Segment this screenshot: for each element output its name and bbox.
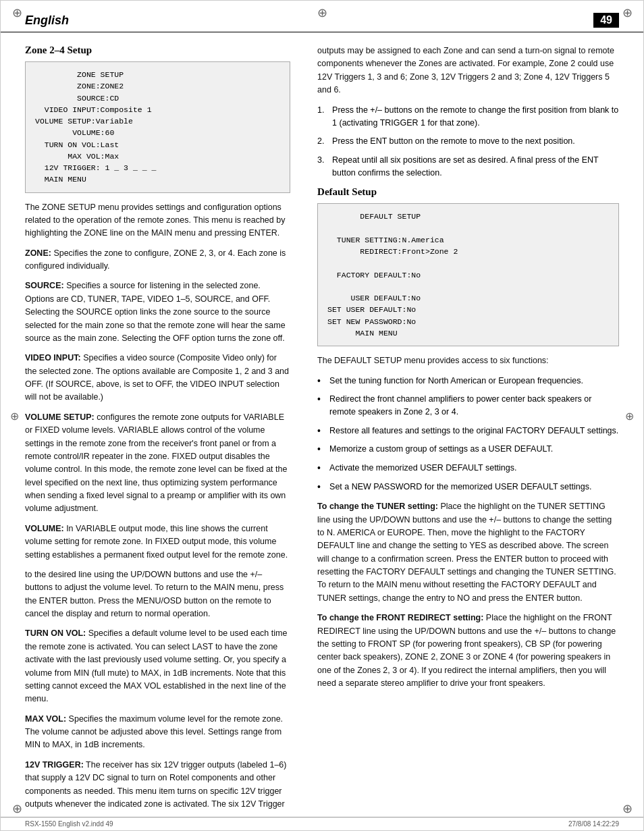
page-container: ⊕ ⊕ ⊕ ⊕ ⊕ ⊕ ⊕ English 49 Zone 2–4 Setup … bbox=[0, 0, 644, 831]
zone-text: Specifies the zone to configure, ZONE 2,… bbox=[25, 248, 286, 271]
language-label: English bbox=[25, 14, 69, 28]
step-num-3: 3. bbox=[317, 154, 332, 180]
list-item: • Activate the memorized USER DEFAULT se… bbox=[317, 462, 619, 475]
step-num-2: 2. bbox=[317, 135, 332, 148]
source-term: SOURCE: bbox=[25, 281, 64, 290]
main-content: Zone 2–4 Setup ZONE SETUP ZONE:ZONE2 SOU… bbox=[1, 32, 643, 824]
bullet-text-3: Restore all features and settings to the… bbox=[329, 425, 618, 438]
front-redirect-text: Place the highlight on the FRONT REDIREC… bbox=[317, 613, 616, 688]
footer-right: 27/8/08 14:22:29 bbox=[568, 820, 619, 828]
right-column: outputs may be assigned to each Zone and… bbox=[304, 45, 643, 817]
step-num-1: 1. bbox=[317, 104, 332, 130]
list-item: 1. Press the +/– buttons on the remote t… bbox=[317, 104, 619, 130]
front-redirect-bold: To change the FRONT REDIRECT setting: bbox=[317, 613, 483, 622]
bullet-symbol-5: • bbox=[317, 462, 329, 475]
tuner-setting-bold: To change the TUNER setting: bbox=[317, 502, 438, 511]
bullet-symbol-2: • bbox=[317, 393, 329, 419]
zone-setup-menu-box: ZONE SETUP ZONE:ZONE2 SOURCE:CD VIDEO IN… bbox=[25, 61, 290, 193]
corner-mark-tc: ⊕ bbox=[315, 6, 329, 20]
bullet-text-1: Set the tuning function for North Americ… bbox=[329, 375, 583, 388]
trigger-term: 12V TRIGGER: bbox=[25, 760, 84, 770]
default-setup-heading: Default Setup bbox=[317, 186, 619, 198]
zone-item-volume: VOLUME: In VARIABLE output mode, this li… bbox=[25, 522, 290, 562]
volume-text: In VARIABLE output mode, this line shows… bbox=[25, 524, 288, 560]
page-footer: RSX-1550 English v2.indd 49 27/8/08 14:2… bbox=[1, 817, 643, 830]
side-mark-left: ⊕ bbox=[10, 409, 19, 422]
zone-item-volume-setup: VOLUME SETUP: configures the remote zone… bbox=[25, 411, 290, 516]
numbered-steps-list: 1. Press the +/– buttons on the remote t… bbox=[317, 104, 619, 180]
trigger-continuation: outputs may be assigned to each Zone and… bbox=[317, 45, 619, 97]
list-item: • Set a NEW PASSWORD for the memorized U… bbox=[317, 481, 619, 494]
bullet-text-5: Activate the memorized USER DEFAULT sett… bbox=[329, 462, 516, 475]
bullet-text-6: Set a NEW PASSWORD for the memorized USE… bbox=[329, 481, 591, 494]
zone-term: ZONE: bbox=[25, 248, 51, 258]
zone-item-zone: ZONE: Specifies the zone to configure, Z… bbox=[25, 247, 290, 273]
left-column: Zone 2–4 Setup ZONE SETUP ZONE:ZONE2 SOU… bbox=[1, 45, 304, 817]
corner-mark-tr: ⊕ bbox=[620, 6, 634, 20]
move-highlight-para: to the desired line using the UP/DOWN bu… bbox=[25, 568, 290, 621]
zone-item-turn-on-vol: TURN ON VOL: Specifies a default volume … bbox=[25, 627, 290, 705]
zone-item-max-vol: MAX VOL: Specifies the maximum volume le… bbox=[25, 713, 290, 752]
zone-setup-heading: Zone 2–4 Setup bbox=[25, 45, 290, 56]
list-item: • Redirect the front channel amplifiers … bbox=[317, 393, 619, 419]
turn-on-vol-term: TURN ON VOL: bbox=[25, 628, 86, 638]
list-item: 3. Repeat until all six positions are se… bbox=[317, 154, 619, 180]
volume-setup-term: VOLUME SETUP: bbox=[25, 412, 95, 422]
step-text-1: Press the +/– buttons on the remote to c… bbox=[332, 104, 619, 130]
corner-mark-br: ⊕ bbox=[620, 802, 634, 815]
bullet-symbol-1: • bbox=[317, 375, 329, 388]
bullet-text-2: Redirect the front channel amplifiers to… bbox=[329, 393, 619, 419]
default-setup-menu-box: DEFAULT SETUP TUNER SETTING:N.America RE… bbox=[317, 203, 619, 346]
bullet-symbol-4: • bbox=[317, 443, 329, 456]
list-item: • Set the tuning function for North Amer… bbox=[317, 375, 619, 388]
bullet-text-4: Memorize a custom group of settings as a… bbox=[329, 443, 553, 456]
list-item: 2. Press the ENT button on the remote to… bbox=[317, 135, 619, 148]
corner-mark-tl: ⊕ bbox=[10, 6, 24, 20]
turn-on-vol-text: Specifies a default volume level to be u… bbox=[25, 628, 287, 703]
bullet-list: • Set the tuning function for North Amer… bbox=[317, 375, 619, 494]
front-redirect-para: To change the FRONT REDIRECT setting: Pl… bbox=[317, 612, 619, 690]
side-mark-right: ⊕ bbox=[625, 409, 634, 422]
tuner-setting-text: Place the highlight on the TUNER SETTING… bbox=[317, 502, 616, 603]
zone-item-source: SOURCE: Specifies a source for listening… bbox=[25, 279, 290, 345]
zone-setup-description: The ZONE SETUP menu provides settings an… bbox=[25, 201, 290, 240]
list-item: • Memorize a custom group of settings as… bbox=[317, 443, 619, 456]
page-number: 49 bbox=[593, 13, 619, 28]
volume-term: VOLUME: bbox=[25, 524, 64, 533]
bullet-symbol-3: • bbox=[317, 425, 329, 438]
zone-item-video-input: VIDEO INPUT: Specifies a video source (C… bbox=[25, 352, 290, 404]
zone-item-12v-trigger: 12V TRIGGER: The receiver has six 12V tr… bbox=[25, 759, 290, 811]
video-input-term: VIDEO INPUT: bbox=[25, 353, 81, 363]
volume-setup-text: configures the remote zone outputs for V… bbox=[25, 412, 287, 514]
step-text-2: Press the ENT button on the remote to mo… bbox=[332, 135, 575, 148]
list-item: • Restore all features and settings to t… bbox=[317, 425, 619, 438]
default-setup-intro: The DEFAULT SETUP menu provides access t… bbox=[317, 354, 619, 367]
footer-left: RSX-1550 English v2.indd 49 bbox=[25, 820, 113, 828]
tuner-setting-para: To change the TUNER setting: Place the h… bbox=[317, 500, 619, 605]
max-vol-term: MAX VOL: bbox=[25, 714, 66, 724]
step-text-3: Repeat until all six positions are set a… bbox=[332, 154, 619, 180]
source-text: Specifies a source for listening in the … bbox=[25, 281, 286, 343]
bullet-symbol-6: • bbox=[317, 481, 329, 494]
corner-mark-bl: ⊕ bbox=[10, 802, 24, 815]
